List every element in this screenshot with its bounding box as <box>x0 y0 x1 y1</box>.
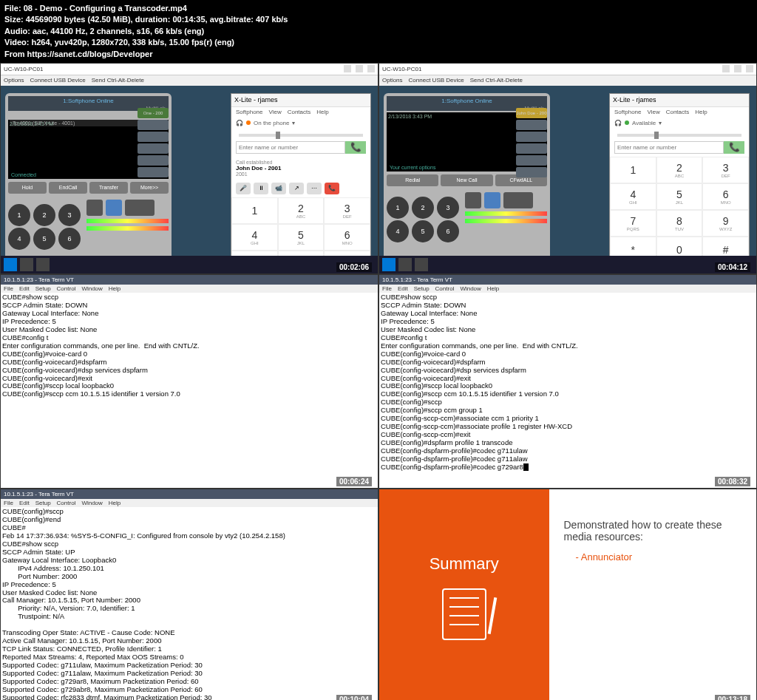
newcall-button[interactable]: New Call <box>441 174 492 186</box>
hold-button[interactable]: Hold <box>8 182 47 194</box>
dialpad-key[interactable]: 9WXYZ <box>702 210 749 237</box>
close-icon[interactable] <box>367 65 375 72</box>
start-icon[interactable] <box>4 258 17 271</box>
line-button[interactable] <box>138 143 169 154</box>
timestamp: 00:02:06 <box>336 262 372 272</box>
redial-button[interactable]: Redial <box>387 174 438 186</box>
line-button[interactable] <box>138 167 169 177</box>
transfer-button[interactable]: ↗ <box>289 183 304 194</box>
summary-item: - Annunciator <box>564 551 742 563</box>
maximize-icon[interactable] <box>356 65 363 72</box>
dialpad-key[interactable]: 1 <box>610 157 656 183</box>
dialpad-key[interactable]: 7PQRS <box>610 210 656 237</box>
mute-icon[interactable] <box>86 200 103 216</box>
dialpad-key[interactable]: 4GHI <box>610 183 656 210</box>
task-icon[interactable] <box>20 258 33 271</box>
dialpad-key[interactable]: 4GHI <box>231 224 278 251</box>
summary-heading: Demonstrated how to create these media r… <box>564 519 742 543</box>
line-button[interactable]: John Doe - 200 <box>516 108 547 118</box>
terminal-panel-3: 10.1.5.1:23 - Tera Term VT FileEdit Setu… <box>0 489 378 700</box>
dialpad-key[interactable]: 5JKL <box>278 224 325 251</box>
dialpad-key[interactable]: 5JKL <box>656 183 703 210</box>
more-button[interactable]: ⋯ <box>307 183 322 194</box>
dial-input[interactable] <box>614 141 724 154</box>
vm-menubar: Options Connect USB Device Send Ctrl-Alt… <box>1 75 378 86</box>
dialpad-key[interactable]: 1 <box>231 197 278 224</box>
endcall-button[interactable]: EndCall <box>49 182 87 194</box>
key-2[interactable]: 2 <box>33 204 55 226</box>
vm-titlebar: UC-W10-PC01 <box>1 64 378 75</box>
summary-title: Summary <box>430 554 499 574</box>
file-info-header: File: 08 - Demo - Configuring a Transcod… <box>0 0 757 63</box>
dialpad-key[interactable]: 6MNO <box>324 224 370 251</box>
headset-icon: 🎧 <box>614 120 622 126</box>
cisco-softphone: 1:Softphone Online MultiLab 2/13/2018 3:… <box>384 93 550 274</box>
xlite-softphone: X-Lite - rjames Softphone View Contacts … <box>231 93 371 274</box>
line-button[interactable] <box>138 155 169 166</box>
dialpad-key[interactable]: 3DEF <box>702 157 749 183</box>
more-button[interactable]: More>> <box>130 182 169 194</box>
screenshot-panel-1: UC-W10-PC01 Options Connect USB Device S… <box>0 63 378 274</box>
dialpad-key[interactable]: 2ABC <box>656 157 703 183</box>
key-6[interactable]: 6 <box>58 228 81 250</box>
cisco-softphone: 1:Softphone Online MultiLab 2/13/2018 3:… <box>5 93 172 274</box>
terminal-output[interactable]: CUBE#show sccp SCCP Admin State: DOWN Ga… <box>1 293 378 399</box>
terminal-output[interactable]: CUBE(config)#sccp CUBE(config)#end CUBE#… <box>1 507 378 700</box>
key-1[interactable]: 1 <box>8 204 30 226</box>
dialpad-key[interactable]: 8TUV <box>656 210 703 237</box>
softphone-title: 1:Softphone Online <box>8 96 169 106</box>
hangup-button[interactable]: 📞 <box>325 183 339 194</box>
dialpad: 123 456 <box>8 204 82 250</box>
summary-panel: Summary Demonstrated how to create these… <box>378 489 757 700</box>
dialpad-key[interactable]: 3DEF <box>324 197 370 224</box>
hold-button[interactable]: ⏸ <box>254 183 268 194</box>
key-3[interactable]: 3 <box>58 204 81 226</box>
taskbar <box>1 256 378 273</box>
call-button[interactable]: 📞 <box>724 141 744 154</box>
terminal-panel-1: 10.1.5.1:23 - Tera Term VT FileEdit Setu… <box>0 274 378 489</box>
info-icon[interactable] <box>106 200 122 216</box>
dialpad-key[interactable]: 2ABC <box>278 197 325 224</box>
minimize-icon[interactable] <box>344 65 351 72</box>
line-button[interactable] <box>138 132 169 142</box>
terminal-panel-2: 10.1.5.1:23 - Tera Term VT FileEdit Setu… <box>378 274 757 489</box>
line-button[interactable] <box>138 120 169 130</box>
mute-button[interactable]: 🎤 <box>236 183 251 194</box>
task-icon[interactable] <box>36 258 50 271</box>
transfer-button[interactable]: Transfer <box>89 182 128 194</box>
key-5[interactable]: 5 <box>33 228 55 250</box>
headset-icon: 🎧 <box>236 120 243 126</box>
volume-slider[interactable] <box>617 134 741 137</box>
call-button[interactable]: 📞 <box>345 141 366 154</box>
xlite-softphone: X-Lite - rjames SoftphoneView ContactsHe… <box>609 93 750 274</box>
checklist-icon <box>442 588 486 640</box>
terminal-output[interactable]: CUBE#show sccp SCCP Admin State: DOWN Ga… <box>379 293 756 472</box>
video-button[interactable]: 📹 <box>271 183 286 194</box>
screenshot-panel-2: UC-W10-PC01 OptionsConnect USB DeviceSen… <box>378 63 757 274</box>
key-4[interactable]: 4 <box>8 228 30 250</box>
dial-input[interactable] <box>236 141 345 154</box>
nav-icon[interactable] <box>125 200 155 216</box>
volume-slider[interactable] <box>239 134 363 137</box>
line-button[interactable]: One - 200 <box>138 108 169 118</box>
dialpad-key[interactable]: 6MNO <box>702 183 749 210</box>
